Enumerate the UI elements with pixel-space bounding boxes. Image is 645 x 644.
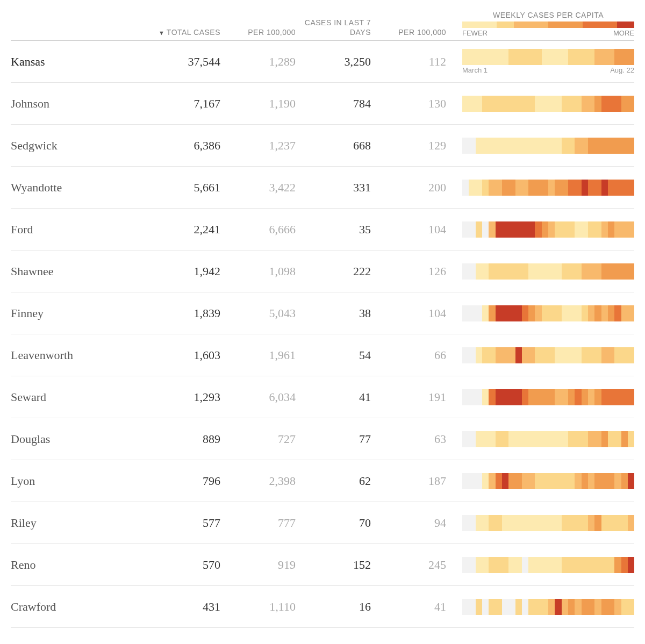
row-name: Kansas [11,55,150,69]
cell-last7: 54 [301,348,376,362]
table-row: Seward1,2936,03441191 [11,376,634,418]
cell-last7: 77 [301,432,376,446]
cell-last7: 38 [301,306,376,320]
row-heatmap [452,599,634,615]
table-row: Kansas37,5441,2893,250112March 1Aug. 22 [11,41,634,83]
cell-per100k-7: 187 [376,474,452,488]
row-name: Johnson [11,97,150,111]
table-row: Reno570919152245 [11,544,634,586]
row-heatmap [452,473,634,489]
cell-per100k: 1,110 [226,600,301,614]
cell-per100k-7: 130 [376,97,452,111]
row-name: Leavenworth [11,348,150,362]
cell-per100k: 3,422 [226,181,301,195]
table-row: Johnson7,1671,190784130 [11,83,634,125]
row-heatmap [452,557,634,573]
row-heatmap [452,515,634,531]
table-row: Wyandotte5,6613,422331200 [11,167,634,209]
chart-date-end: Aug. 22 [610,66,634,74]
row-name: Sedgwick [11,139,150,153]
table-row: Leavenworth1,6031,9615466 [11,334,634,376]
row-name: Lyon [11,474,150,488]
row-heatmap [452,347,634,363]
cell-per100k-7: 104 [376,223,452,237]
cell-per100k-7: 94 [376,516,452,530]
cell-total: 431 [150,600,226,614]
row-heatmap [452,305,634,321]
row-heatmap [452,180,634,196]
table-row: Douglas8897277763 [11,418,634,460]
table-row: Crawford4311,1101641 [11,586,634,628]
row-name: Seward [11,390,150,404]
row-heatmap [452,431,634,447]
cell-per100k: 1,098 [226,264,301,278]
row-name: Crawford [11,600,150,614]
cell-last7: 331 [301,181,376,195]
cell-per100k: 6,034 [226,390,301,404]
cell-per100k-7: 112 [376,55,452,69]
cell-per100k: 777 [226,516,301,530]
cell-total: 577 [150,516,226,530]
cell-per100k-7: 129 [376,139,452,153]
col-per-100k-7[interactable]: PER 100,000 [376,27,452,37]
cell-last7: 668 [301,139,376,153]
table-row: Ford2,2416,66635104 [11,209,634,251]
cell-last7: 41 [301,390,376,404]
cell-total: 1,839 [150,306,226,320]
table-row: Riley5777777094 [11,502,634,544]
cell-last7: 35 [301,223,376,237]
row-name: Finney [11,306,150,320]
cell-per100k-7: 245 [376,558,452,572]
col-chart-header: WEEKLY CASES PER CAPITA FEWER MORE [452,11,634,37]
cell-total: 7,167 [150,97,226,111]
row-name: Ford [11,223,150,237]
col-per-100k[interactable]: PER 100,000 [226,27,301,37]
cell-per100k-7: 66 [376,348,452,362]
row-heatmap [452,96,634,112]
row-heatmap: March 1Aug. 22 [452,49,634,74]
row-name: Wyandotte [11,181,150,195]
cell-last7: 16 [301,600,376,614]
row-heatmap [452,221,634,238]
cell-per100k: 2,398 [226,474,301,488]
row-name: Reno [11,558,150,572]
chart-legend-gradient [462,22,634,28]
cell-last7: 222 [301,264,376,278]
cell-total: 570 [150,558,226,572]
cell-per100k: 919 [226,558,301,572]
cell-per100k: 1,190 [226,97,301,111]
row-name: Riley [11,516,150,530]
row-name: Shawnee [11,264,150,278]
table-row: Shawnee1,9421,098222126 [11,251,634,292]
cell-per100k-7: 104 [376,306,452,320]
cell-last7: 784 [301,97,376,111]
cell-per100k-7: 126 [376,264,452,278]
table-header: TOTAL CASES PER 100,000 CASES IN LAST 7 … [11,11,634,41]
legend-more: MORE [613,29,634,37]
row-name: Douglas [11,432,150,446]
cell-total: 5,661 [150,181,226,195]
cell-per100k: 1,961 [226,348,301,362]
table-row: Lyon7962,39862187 [11,460,634,502]
table-row: Finney1,8395,04338104 [11,292,634,334]
chart-legend-title: WEEKLY CASES PER CAPITA [462,11,634,19]
cell-per100k-7: 63 [376,432,452,446]
legend-fewer: FEWER [462,29,488,37]
cell-per100k: 6,666 [226,223,301,237]
cell-total: 1,603 [150,348,226,362]
cell-per100k: 727 [226,432,301,446]
col-total-cases[interactable]: TOTAL CASES [150,27,226,37]
col-cases-7days[interactable]: CASES IN LAST 7 DAYS [301,18,376,37]
cell-per100k-7: 200 [376,181,452,195]
cell-total: 37,544 [150,55,226,69]
cell-per100k-7: 41 [376,600,452,614]
cases-table: TOTAL CASES PER 100,000 CASES IN LAST 7 … [11,11,634,628]
cell-last7: 3,250 [301,55,376,69]
cell-last7: 152 [301,558,376,572]
table-row: Sedgwick6,3861,237668129 [11,125,634,167]
cell-last7: 62 [301,474,376,488]
cell-per100k-7: 191 [376,390,452,404]
cell-per100k: 1,237 [226,139,301,153]
cell-per100k: 5,043 [226,306,301,320]
cell-total: 889 [150,432,226,446]
